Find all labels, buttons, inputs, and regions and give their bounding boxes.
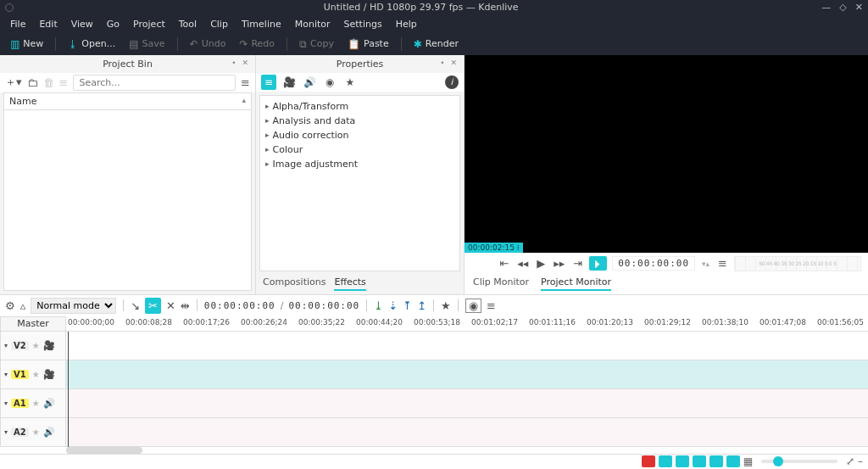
- expand-icon[interactable]: ▾: [4, 371, 8, 378]
- timeline-scrollbar[interactable]: [0, 447, 868, 454]
- undo-button[interactable]: ↶Undo: [185, 36, 231, 52]
- lift-zone-button[interactable]: ↥: [417, 299, 426, 312]
- new-button[interactable]: ▥New: [5, 36, 48, 52]
- filter-main-button[interactable]: ≡: [261, 75, 276, 90]
- lane-a2[interactable]: [66, 418, 868, 447]
- delete-clip-button[interactable]: 🗑: [43, 76, 54, 89]
- search-input[interactable]: [73, 75, 236, 91]
- add-clip-button[interactable]: ＋▾: [5, 75, 22, 90]
- expand-icon[interactable]: ▾: [4, 399, 8, 407]
- effects-category[interactable]: ▸Colour: [262, 142, 458, 157]
- selection-tool-button[interactable]: ↘: [131, 299, 140, 312]
- effects-category[interactable]: ▸Image adjustment: [262, 157, 458, 171]
- monitor-play-button[interactable]: ▶: [535, 257, 547, 270]
- monitor-tc-down-button[interactable]: ▾▴: [700, 260, 711, 268]
- save-button[interactable]: ▤Save: [124, 36, 170, 52]
- add-folder-button[interactable]: 🗀: [27, 76, 38, 89]
- menu-tool[interactable]: Tool: [172, 17, 203, 31]
- monitor-go-start-button[interactable]: ⇤: [498, 257, 510, 270]
- audio-icon[interactable]: 🔊: [43, 427, 55, 438]
- show-thumbs-button[interactable]: ▦: [743, 455, 753, 467]
- track-header-v2[interactable]: ▾ V2 ★ 🎥: [0, 332, 66, 360]
- monitor-rewind-button[interactable]: ◂◂: [515, 257, 530, 270]
- track-header-a1[interactable]: ▾ A1 ★ 🔊: [0, 389, 66, 418]
- undock-icon[interactable]: • ✕: [231, 59, 250, 67]
- audio-icon[interactable]: 🔊: [43, 398, 55, 409]
- paste-button[interactable]: 📋Paste: [342, 36, 394, 52]
- effects-category[interactable]: ▸Alpha/Transform: [262, 99, 458, 114]
- status-color-5[interactable]: [726, 455, 740, 467]
- zoom-fit-button[interactable]: ⤢: [846, 455, 854, 467]
- monitor-view[interactable]: 00:00:02:15 ⁞: [465, 55, 868, 253]
- menu-view[interactable]: View: [64, 17, 100, 31]
- lane-a1[interactable]: [66, 389, 868, 418]
- zoom-slider[interactable]: [761, 460, 837, 463]
- close-icon[interactable]: ✕: [855, 2, 863, 13]
- lane-v1[interactable]: [66, 360, 868, 389]
- monitor-zone-button[interactable]: ⏵: [589, 256, 607, 271]
- menu-clip[interactable]: Clip: [203, 17, 235, 31]
- render-button[interactable]: ✱Render: [409, 36, 464, 52]
- status-color-1[interactable]: [659, 455, 672, 467]
- menu-monitor[interactable]: Monitor: [288, 17, 337, 31]
- mute-icon[interactable]: ★: [32, 427, 40, 437]
- zoom-out-button[interactable]: –: [858, 455, 863, 467]
- filter-audio-button[interactable]: 🔊: [302, 75, 317, 90]
- track-header-a2[interactable]: ▾ A2 ★ 🔊: [0, 418, 66, 447]
- timeline-timecode-current[interactable]: 00:00:00:00: [204, 300, 275, 311]
- effects-category[interactable]: ▸Audio correction: [262, 128, 458, 142]
- monitor-options-button[interactable]: ≡: [716, 257, 729, 270]
- tab-effects[interactable]: Effects: [334, 276, 365, 291]
- master-track-button[interactable]: Master: [0, 316, 66, 332]
- playhead[interactable]: [68, 332, 69, 447]
- undock-icon[interactable]: • ✕: [440, 59, 459, 67]
- video-icon[interactable]: 🎥: [43, 369, 55, 380]
- edit-mode-select[interactable]: Normal mode: [31, 298, 116, 314]
- minimize-icon[interactable]: —: [821, 2, 831, 13]
- status-color-3[interactable]: [693, 455, 706, 467]
- track-compositing-button[interactable]: ▵: [20, 299, 26, 312]
- overwrite-zone-button[interactable]: ⇣: [388, 299, 398, 312]
- redo-button[interactable]: ↷Redo: [234, 36, 280, 52]
- timeline-ruler[interactable]: 00:00:00;00 00:00:08;28 00:00:17;26 00:0…: [66, 316, 868, 332]
- effects-tree[interactable]: ▸Alpha/Transform ▸Analysis and data ▸Aud…: [259, 95, 460, 271]
- tab-clip-monitor[interactable]: Clip Monitor: [473, 276, 529, 291]
- copy-button[interactable]: ⧉Copy: [294, 36, 339, 52]
- menu-timeline[interactable]: Timeline: [235, 17, 288, 31]
- fit-zoom-button[interactable]: ⇹: [181, 299, 190, 312]
- maximize-icon[interactable]: ◇: [839, 2, 846, 13]
- insert-zone-button[interactable]: ⤓: [374, 299, 383, 312]
- menu-settings[interactable]: Settings: [337, 17, 389, 31]
- filter-video-button[interactable]: 🎥: [281, 75, 297, 90]
- info-icon[interactable]: i: [445, 75, 459, 89]
- monitor-forward-button[interactable]: ▸▸: [552, 257, 566, 270]
- mute-icon[interactable]: ★: [32, 399, 40, 408]
- bin-column-header[interactable]: Name ▴: [4, 93, 251, 110]
- status-color-2[interactable]: [676, 455, 689, 467]
- lane-v2[interactable]: [66, 332, 868, 360]
- track-lanes[interactable]: [66, 332, 868, 447]
- timeline-settings-button[interactable]: ⚙: [5, 299, 15, 312]
- mute-icon[interactable]: ★: [32, 370, 40, 379]
- filter-favorite-button[interactable]: ★: [342, 75, 358, 90]
- menu-help[interactable]: Help: [389, 17, 424, 31]
- project-bin-list[interactable]: Name ▴: [3, 92, 252, 291]
- monitor-go-end-button[interactable]: ⇥: [571, 257, 584, 270]
- tab-compositions[interactable]: Compositions: [263, 276, 326, 291]
- tab-project-monitor[interactable]: Project Monitor: [541, 276, 611, 291]
- extract-zone-button[interactable]: ⤒: [403, 299, 412, 312]
- video-icon[interactable]: 🎥: [43, 340, 55, 351]
- razor-tool-button[interactable]: ✂: [145, 298, 161, 314]
- open-button[interactable]: ⭳Open...: [63, 36, 120, 52]
- filter-custom-button[interactable]: ◉: [322, 75, 337, 90]
- expand-icon[interactable]: ▾: [4, 428, 8, 436]
- menu-go[interactable]: Go: [100, 17, 126, 31]
- bin-options-button[interactable]: ≡: [241, 76, 250, 89]
- status-color-red[interactable]: [642, 455, 655, 467]
- preview-render-button[interactable]: ◉: [465, 299, 481, 313]
- menu-file[interactable]: File: [3, 17, 32, 31]
- menu-project[interactable]: Project: [126, 17, 172, 31]
- tag-button[interactable]: ≡: [59, 76, 69, 89]
- effects-category[interactable]: ▸Analysis and data: [262, 114, 458, 128]
- mute-icon[interactable]: ★: [32, 341, 40, 350]
